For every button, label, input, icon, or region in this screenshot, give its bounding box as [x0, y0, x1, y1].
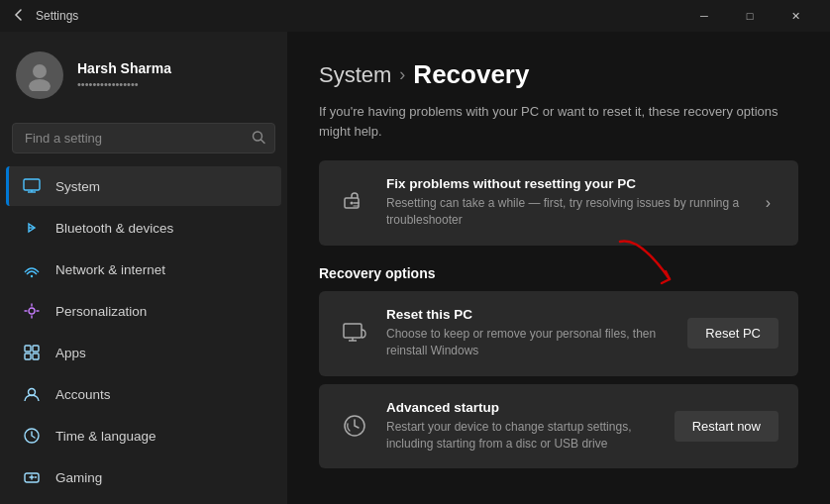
user-info: Harsh Sharma •••••••••••••••• [77, 60, 171, 90]
sidebar-item-label: Accounts [55, 387, 111, 402]
svg-rect-4 [24, 179, 40, 190]
sidebar: Harsh Sharma •••••••••••••••• [0, 32, 287, 504]
advanced-card-text: Advanced startup Restart your device to … [386, 400, 659, 454]
sidebar-item-label: Gaming [55, 470, 102, 485]
advanced-card-title: Advanced startup [386, 400, 659, 415]
breadcrumb-current: Recovery [413, 59, 529, 90]
svg-rect-9 [25, 346, 31, 352]
fix-card-text: Fix problems without resetting your PC R… [386, 176, 742, 230]
sidebar-item-accounts[interactable]: Accounts [6, 374, 281, 414]
content-area: System › Recovery If you're having probl… [287, 32, 830, 504]
reset-card-desc: Choose to keep or remove your personal f… [386, 326, 672, 360]
svg-point-1 [29, 79, 51, 91]
fix-problems-card[interactable]: Fix problems without resetting your PC R… [319, 160, 798, 246]
titlebar-controls: ─ □ ✕ [681, 0, 818, 32]
breadcrumb-parent: System [319, 62, 391, 88]
svg-point-18 [35, 476, 37, 478]
svg-rect-21 [344, 324, 362, 338]
bluetooth-icon [22, 218, 42, 238]
sidebar-item-label: Time & language [55, 429, 156, 444]
maximize-button[interactable]: □ [727, 0, 773, 32]
reset-card-text: Reset this PC Choose to keep or remove y… [386, 307, 672, 360]
fix-card-title: Fix problems without resetting your PC [386, 176, 742, 191]
close-button[interactable]: ✕ [773, 0, 818, 32]
reset-card-title: Reset this PC [386, 307, 672, 322]
recovery-options-heading: Recovery options [319, 265, 798, 281]
reset-icon [339, 318, 370, 350]
reset-pc-button[interactable]: Reset PC [687, 318, 778, 349]
fix-icon [339, 187, 370, 219]
svg-rect-10 [33, 346, 39, 352]
sidebar-item-label: Bluetooth & devices [55, 221, 173, 236]
svg-point-8 [29, 308, 35, 314]
breadcrumb: System › Recovery [319, 59, 798, 90]
advanced-icon [339, 410, 370, 442]
time-icon [22, 426, 42, 446]
search-input[interactable] [12, 123, 275, 153]
advanced-card-desc: Restart your device to change startup se… [386, 419, 659, 454]
sidebar-item-label: System [55, 179, 100, 194]
sidebar-item-label: Network & internet [55, 262, 165, 277]
svg-rect-11 [25, 353, 31, 359]
reset-card-action[interactable]: Reset PC [687, 318, 778, 349]
fix-card-desc: Resetting can take a while — first, try … [386, 195, 742, 230]
gaming-icon [22, 467, 42, 487]
accounts-icon [22, 384, 42, 404]
advanced-card-action[interactable]: Restart now [674, 411, 778, 442]
user-name: Harsh Sharma [77, 60, 171, 76]
fix-card-action[interactable]: › [758, 190, 778, 216]
svg-point-0 [33, 64, 47, 78]
sidebar-item-system[interactable]: System [6, 166, 281, 206]
sidebar-item-label: Personalization [55, 304, 147, 319]
main-layout: Harsh Sharma •••••••••••••••• [0, 32, 830, 504]
search-icon [252, 130, 265, 147]
avatar [16, 51, 63, 99]
search-container [12, 123, 275, 153]
restart-now-button[interactable]: Restart now [674, 411, 778, 442]
user-email: •••••••••••••••• [77, 78, 171, 90]
svg-line-3 [261, 140, 265, 144]
apps-icon [22, 343, 42, 362]
svg-point-20 [351, 201, 354, 204]
svg-rect-12 [33, 353, 39, 359]
sidebar-item-apps[interactable]: Apps [6, 333, 281, 372]
advanced-startup-card: Advanced startup Restart your device to … [319, 384, 798, 469]
minimize-button[interactable]: ─ [681, 0, 727, 32]
back-button[interactable] [12, 8, 26, 25]
sidebar-item-label: Apps [55, 346, 86, 360]
system-icon [22, 176, 42, 196]
user-profile[interactable]: Harsh Sharma •••••••••••••••• [0, 40, 287, 111]
svg-point-7 [31, 275, 33, 277]
network-icon [22, 259, 42, 279]
titlebar-title: Settings [36, 9, 681, 23]
sidebar-item-time[interactable]: Time & language [6, 416, 281, 455]
sidebar-item-network[interactable]: Network & internet [6, 250, 281, 289]
breadcrumb-separator: › [399, 64, 405, 85]
fix-card-chevron[interactable]: › [758, 190, 778, 216]
titlebar: Settings ─ □ ✕ [0, 0, 830, 32]
sidebar-item-gaming[interactable]: Gaming [6, 457, 281, 497]
page-subtitle: If you're having problems with your PC o… [319, 102, 798, 141]
sidebar-item-personalization[interactable]: Personalization [6, 291, 281, 331]
sidebar-item-bluetooth[interactable]: Bluetooth & devices [6, 208, 281, 248]
personalization-icon [22, 301, 42, 321]
reset-pc-card: Reset this PC Choose to keep or remove y… [319, 291, 798, 376]
